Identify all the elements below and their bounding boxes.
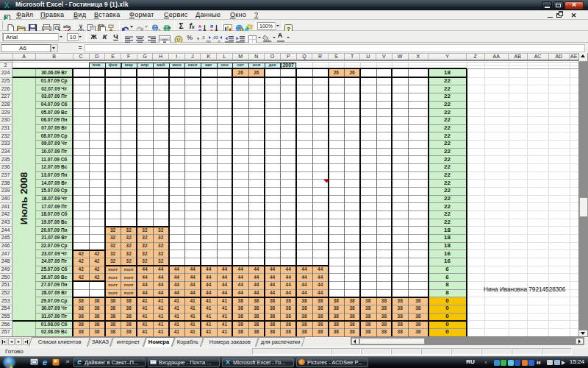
svg-text:,0: ,0	[201, 35, 205, 40]
svg-text:абв: абв	[63, 24, 71, 29]
